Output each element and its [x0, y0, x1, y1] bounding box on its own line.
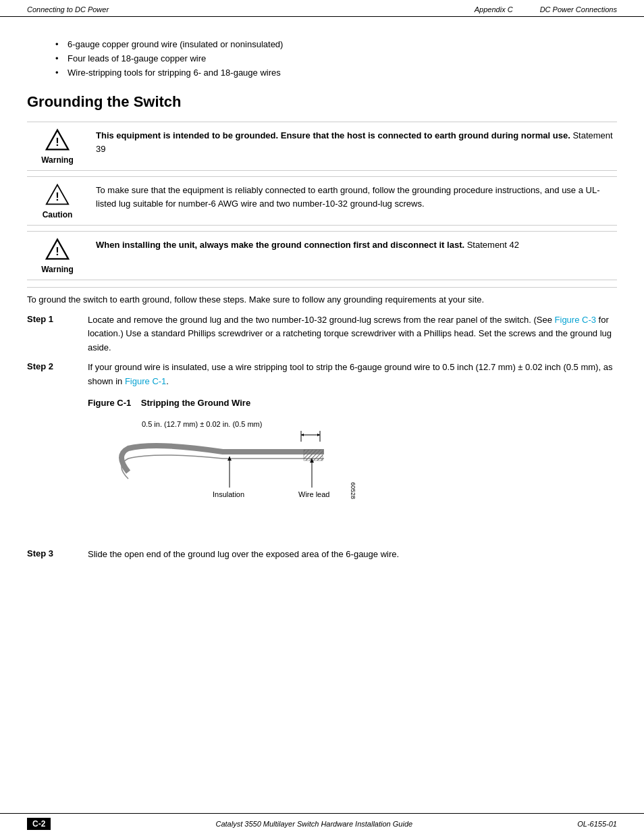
figure-caption-label: Figure C-1 [88, 398, 131, 408]
warning-text-1: This equipment is intended to be grounde… [96, 130, 570, 140]
svg-text:!: ! [55, 190, 59, 203]
list-item: Four leads of 18-gauge copper wire [68, 51, 617, 66]
svg-marker-10 [301, 434, 304, 436]
warning-block-1: ! Warning This equipment is intended to … [27, 122, 617, 171]
page-header: Connecting to DC Power Appendix C DC Pow… [0, 0, 644, 17]
bullet-list: 6-gauge copper ground wire (insulated or… [68, 37, 617, 80]
footer-title: Catalyst 3550 Multilayer Switch Hardware… [215, 820, 412, 828]
step-3-label: Step 3 [27, 548, 88, 558]
warning-text-2: When installing the unit, always make th… [96, 240, 464, 250]
svg-text:Insulation: Insulation [213, 490, 244, 498]
caution-label-col: ! Caution [27, 182, 88, 219]
warning-content-2: When installing the unit, always make th… [96, 237, 617, 252]
svg-text:!: ! [55, 245, 59, 257]
step-1-link[interactable]: Figure C-3 [555, 315, 596, 325]
figure-c1-container: Figure C-1 Stripping the Ground Wire 0.5… [88, 398, 617, 538]
figure-caption-title: Stripping the Ground Wire [141, 398, 250, 408]
warning-icon-2: ! [45, 237, 70, 263]
caution-icon: ! [45, 182, 70, 209]
list-item: 6-gauge copper ground wire (insulated or… [68, 37, 617, 51]
caution-label: Caution [43, 210, 73, 219]
svg-text:60528: 60528 [350, 482, 356, 499]
warning-label-col-1: ! Warning [27, 128, 88, 165]
page-footer: C-2 Catalyst 3550 Multilayer Switch Hard… [0, 813, 644, 834]
caution-content: To make sure that the equipment is relia… [96, 182, 617, 210]
step-2-link[interactable]: Figure C-1 [125, 376, 166, 386]
header-right: Appendix C DC Power Connections [475, 5, 617, 14]
step-3-row: Step 3 Slide the open end of the ground … [27, 548, 617, 562]
step-1-text: Locate and remove the ground lug and the… [88, 315, 555, 325]
page-number: C-2 [27, 818, 51, 830]
warning-label-2: Warning [41, 265, 74, 274]
warning-block-2: ! Warning When installing the unit, alwa… [27, 231, 617, 280]
step-2-content: If your ground wire is insulated, use a … [88, 361, 617, 389]
caution-block: ! Caution To make sure that the equipmen… [27, 176, 617, 226]
list-item: Wire-stripping tools for stripping 6- an… [68, 66, 617, 80]
step-1-row: Step 1 Locate and remove the ground lug … [27, 313, 617, 355]
step-2-label: Step 2 [27, 361, 88, 371]
warning-label-col-2: ! Warning [27, 237, 88, 274]
figure-caption: Figure C-1 Stripping the Ground Wire [88, 398, 617, 408]
warning-icon-1: ! [45, 128, 70, 154]
svg-text:!: ! [55, 136, 59, 148]
header-section-label: Connecting to DC Power [27, 5, 109, 14]
step-3-content: Slide the open end of the ground lug ove… [88, 548, 617, 562]
content-area: 6-gauge copper ground wire (insulated or… [0, 17, 644, 609]
footer-doc-id: OL-6155-01 [577, 820, 617, 828]
header-appendix: Appendix C [475, 5, 513, 14]
wire-diagram: 0.5 in. (12.7 mm) ± 0.02 in. (0.5 mm) [88, 415, 371, 536]
step-1-content: Locate and remove the ground lug and the… [88, 313, 617, 355]
intro-paragraph: To ground the switch to earth ground, fo… [27, 287, 617, 307]
page: Connecting to DC Power Appendix C DC Pow… [0, 0, 644, 834]
warning-statement-2: Statement 42 [467, 240, 519, 250]
svg-text:Wire lead: Wire lead [298, 490, 329, 498]
step-1-label: Step 1 [27, 313, 88, 324]
warning-label-1: Warning [41, 155, 74, 165]
warning-content-1: This equipment is intended to be grounde… [96, 128, 617, 155]
step-2-row: Step 2 If your ground wire is insulated,… [27, 361, 617, 389]
svg-rect-12 [304, 450, 323, 461]
svg-marker-11 [317, 434, 320, 436]
section-heading: Grounding the Switch [27, 93, 617, 111]
steps-section: Step 1 Locate and remove the ground lug … [27, 313, 617, 563]
step-2-text2: . [166, 376, 169, 386]
header-chapter: DC Power Connections [540, 5, 617, 14]
svg-text:0.5 in. (12.7 mm) ± 0.02 in. (: 0.5 in. (12.7 mm) ± 0.02 in. (0.5 mm) [142, 420, 262, 428]
